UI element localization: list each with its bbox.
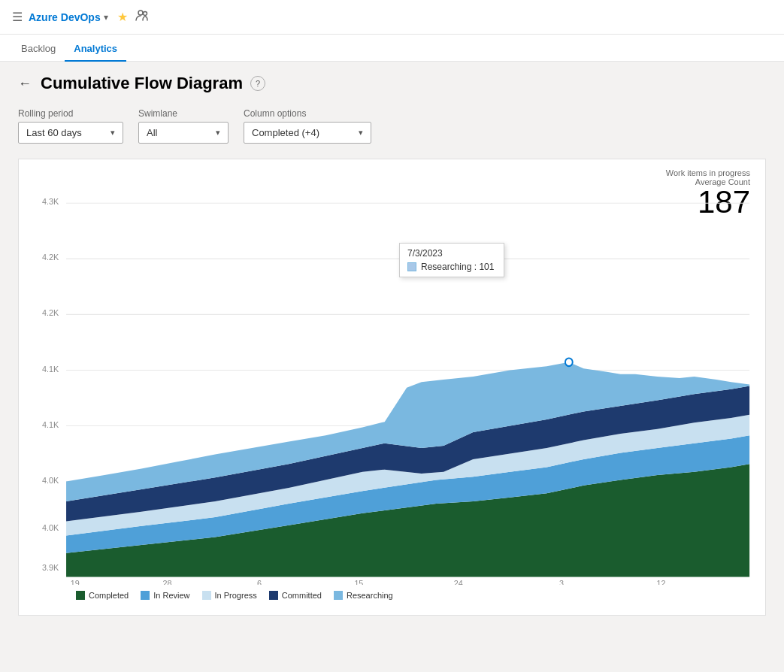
app-chevron-icon[interactable]: ▾ (104, 12, 108, 23)
top-bar: ☰ Azure DevOps ▾ ★ (0, 0, 784, 35)
svg-text:4.2K: 4.2K (42, 308, 59, 317)
in-review-label: In Review (153, 591, 189, 600)
svg-text:3.9K: 3.9K (42, 563, 59, 572)
help-icon[interactable]: ? (250, 76, 265, 91)
column-options-chevron-icon: ▾ (359, 128, 363, 138)
svg-text:4.1K: 4.1K (42, 364, 59, 373)
in-review-swatch (141, 591, 150, 600)
svg-point-18 (565, 359, 573, 367)
tab-backlog[interactable]: Backlog (12, 37, 65, 62)
column-options-dropdown[interactable]: Completed (+4) ▾ (244, 122, 371, 144)
rolling-period-control: Rolling period Last 60 days ▾ (18, 108, 123, 144)
page-content: ← Cumulative Flow Diagram ? Rolling peri… (0, 62, 784, 672)
legend-item-researching: Researching (334, 591, 393, 600)
svg-text:6: 6 (257, 579, 262, 585)
app-name[interactable]: Azure DevOps (29, 11, 101, 23)
svg-text:4.0K: 4.0K (42, 523, 59, 532)
svg-text:19: 19 (71, 579, 80, 585)
svg-text:4.0K: 4.0K (42, 475, 59, 484)
legend-item-in-review: In Review (141, 591, 189, 600)
legend-item-completed: Completed (76, 591, 129, 600)
column-options-value: Completed (+4) (252, 127, 319, 138)
in-progress-swatch (202, 591, 211, 600)
favorite-icon[interactable]: ★ (117, 10, 128, 24)
svg-point-1 (143, 11, 147, 15)
svg-text:4.3K: 4.3K (42, 197, 59, 206)
svg-text:4.1K: 4.1K (42, 419, 59, 428)
controls-row: Rolling period Last 60 days ▾ Swimlane A… (18, 108, 766, 144)
completed-swatch (76, 591, 85, 600)
svg-text:12: 12 (656, 579, 665, 585)
svg-text:4.2K: 4.2K (42, 253, 59, 262)
page-title: Cumulative Flow Diagram (41, 74, 243, 93)
swimlane-value: All (147, 127, 157, 138)
column-options-label: Column options (244, 108, 371, 119)
researching-swatch (334, 591, 343, 600)
rolling-period-chevron-icon: ▾ (110, 128, 115, 138)
swimlane-control: Swimlane All ▾ (138, 108, 229, 144)
swimlane-label: Swimlane (138, 108, 229, 119)
completed-label: Completed (89, 591, 129, 600)
svg-text:15: 15 (354, 579, 363, 585)
chart-legend: Completed In Review In Progress Committe… (31, 585, 753, 603)
rolling-period-label: Rolling period (18, 108, 123, 119)
rolling-period-value: Last 60 days (26, 127, 82, 138)
svg-point-0 (138, 11, 143, 15)
svg-text:3: 3 (559, 579, 564, 585)
svg-text:28: 28 (162, 579, 171, 585)
page-header: ← Cumulative Flow Diagram ? (18, 74, 766, 93)
rolling-period-dropdown[interactable]: Last 60 days ▾ (18, 122, 123, 144)
chart-container: Work items in progress Average Count 187… (18, 159, 766, 616)
legend-item-committed: Committed (269, 591, 322, 600)
column-options-control: Column options Completed (+4) ▾ (244, 108, 371, 144)
committed-swatch (269, 591, 278, 600)
legend-item-in-progress: In Progress (202, 591, 257, 600)
menu-icon[interactable]: ☰ (12, 10, 23, 24)
tab-analytics[interactable]: Analytics (65, 37, 126, 62)
committed-label: Committed (282, 591, 322, 600)
researching-label: Researching (347, 591, 393, 600)
people-icon[interactable] (135, 9, 149, 26)
back-button[interactable]: ← (18, 76, 32, 92)
swimlane-dropdown[interactable]: All ▾ (138, 122, 229, 144)
swimlane-chevron-icon: ▾ (216, 128, 220, 138)
in-progress-label: In Progress (215, 591, 257, 600)
nav-tabs: Backlog Analytics (0, 35, 784, 62)
cumulative-flow-chart: 4.3K 4.2K 4.2K 4.1K 4.1K 4.0K 4.0K 3.9K (31, 171, 753, 585)
chart-area: 4.3K 4.2K 4.2K 4.1K 4.1K 4.0K 4.0K 3.9K (31, 171, 753, 585)
svg-text:24: 24 (454, 579, 463, 585)
